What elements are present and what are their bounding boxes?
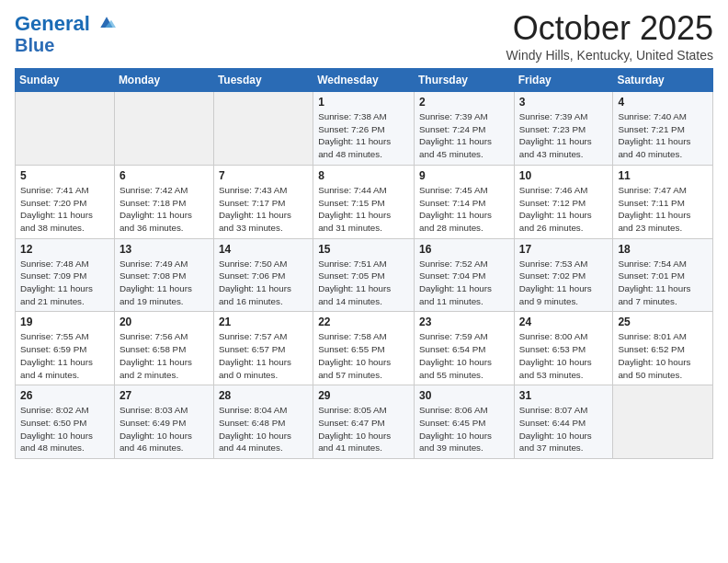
day-number: 23 <box>419 316 509 328</box>
logo-icon <box>97 14 116 32</box>
day-number: 21 <box>219 316 308 328</box>
day-number: 27 <box>119 389 209 402</box>
day-cell: 6Sunrise: 7:42 AM Sunset: 7:18 PM Daylig… <box>114 165 213 238</box>
day-cell <box>16 92 115 166</box>
day-info: Sunrise: 7:59 AM Sunset: 6:54 PM Dayligh… <box>419 330 509 381</box>
day-number: 10 <box>519 169 609 182</box>
day-cell: 1Sunrise: 7:38 AM Sunset: 7:26 PM Daylig… <box>313 92 415 166</box>
day-cell: 25Sunrise: 8:01 AM Sunset: 6:52 PM Dayli… <box>613 312 713 385</box>
day-number: 31 <box>519 389 609 402</box>
day-number: 5 <box>20 169 109 182</box>
weekday-header-thursday: Thursday <box>415 69 515 92</box>
day-number: 12 <box>20 243 109 256</box>
day-cell: 11Sunrise: 7:47 AM Sunset: 7:11 PM Dayli… <box>613 165 713 238</box>
day-info: Sunrise: 7:51 AM Sunset: 7:05 PM Dayligh… <box>318 258 409 308</box>
day-cell: 22Sunrise: 7:58 AM Sunset: 6:55 PM Dayli… <box>313 312 415 385</box>
logo-text: General <box>15 13 116 35</box>
day-info: Sunrise: 8:04 AM Sunset: 6:48 PM Dayligh… <box>219 404 308 454</box>
day-info: Sunrise: 7:52 AM Sunset: 7:04 PM Dayligh… <box>419 258 509 308</box>
day-cell: 16Sunrise: 7:52 AM Sunset: 7:04 PM Dayli… <box>415 238 515 312</box>
weekday-header-tuesday: Tuesday <box>213 69 313 92</box>
weekday-header-sunday: Sunday <box>16 69 115 92</box>
day-info: Sunrise: 7:46 AM Sunset: 7:12 PM Dayligh… <box>519 184 609 235</box>
weekday-header-friday: Friday <box>514 69 613 92</box>
day-cell: 12Sunrise: 7:48 AM Sunset: 7:09 PM Dayli… <box>16 238 115 312</box>
day-number: 22 <box>318 316 409 328</box>
day-info: Sunrise: 7:45 AM Sunset: 7:14 PM Dayligh… <box>419 184 509 235</box>
day-number: 13 <box>119 243 209 256</box>
location: Windy Hills, Kentucky, United States <box>506 48 713 63</box>
day-cell: 31Sunrise: 8:07 AM Sunset: 6:44 PM Dayli… <box>514 385 613 459</box>
day-info: Sunrise: 8:02 AM Sunset: 6:50 PM Dayligh… <box>20 404 109 454</box>
day-info: Sunrise: 8:01 AM Sunset: 6:52 PM Dayligh… <box>618 330 708 381</box>
day-cell: 14Sunrise: 7:50 AM Sunset: 7:06 PM Dayli… <box>213 238 313 312</box>
day-info: Sunrise: 7:41 AM Sunset: 7:20 PM Dayligh… <box>20 184 109 235</box>
week-row-2: 5Sunrise: 7:41 AM Sunset: 7:20 PM Daylig… <box>16 165 713 238</box>
day-cell: 2Sunrise: 7:39 AM Sunset: 7:24 PM Daylig… <box>415 92 515 166</box>
day-info: Sunrise: 7:47 AM Sunset: 7:11 PM Dayligh… <box>618 184 708 235</box>
month-title: October 2025 <box>506 9 713 48</box>
day-cell: 27Sunrise: 8:03 AM Sunset: 6:49 PM Dayli… <box>114 385 213 459</box>
day-cell: 7Sunrise: 7:43 AM Sunset: 7:17 PM Daylig… <box>213 165 313 238</box>
title-block: October 2025 Windy Hills, Kentucky, Unit… <box>506 9 713 63</box>
day-info: Sunrise: 8:06 AM Sunset: 6:45 PM Dayligh… <box>419 404 509 454</box>
day-cell <box>213 92 313 166</box>
day-info: Sunrise: 7:39 AM Sunset: 7:24 PM Dayligh… <box>419 110 509 161</box>
day-info: Sunrise: 8:05 AM Sunset: 6:47 PM Dayligh… <box>318 404 409 454</box>
day-cell: 5Sunrise: 7:41 AM Sunset: 7:20 PM Daylig… <box>16 165 115 238</box>
weekday-header-row: SundayMondayTuesdayWednesdayThursdayFrid… <box>16 69 713 92</box>
day-number: 20 <box>119 316 209 328</box>
day-number: 1 <box>318 96 409 109</box>
day-number: 18 <box>618 243 708 256</box>
day-cell: 10Sunrise: 7:46 AM Sunset: 7:12 PM Dayli… <box>514 165 613 238</box>
day-cell: 23Sunrise: 7:59 AM Sunset: 6:54 PM Dayli… <box>415 312 515 385</box>
day-number: 6 <box>119 169 209 182</box>
day-cell: 13Sunrise: 7:49 AM Sunset: 7:08 PM Dayli… <box>114 238 213 312</box>
day-cell: 21Sunrise: 7:57 AM Sunset: 6:57 PM Dayli… <box>213 312 313 385</box>
day-cell <box>613 385 713 459</box>
day-cell: 26Sunrise: 8:02 AM Sunset: 6:50 PM Dayli… <box>16 385 115 459</box>
day-number: 30 <box>419 389 509 402</box>
calendar-table: SundayMondayTuesdayWednesdayThursdayFrid… <box>15 68 713 459</box>
day-cell: 8Sunrise: 7:44 AM Sunset: 7:15 PM Daylig… <box>313 165 415 238</box>
weekday-header-monday: Monday <box>114 69 213 92</box>
day-number: 3 <box>519 96 609 109</box>
day-cell: 19Sunrise: 7:55 AM Sunset: 6:59 PM Dayli… <box>16 312 115 385</box>
day-number: 7 <box>219 169 308 182</box>
day-info: Sunrise: 7:38 AM Sunset: 7:26 PM Dayligh… <box>318 110 409 161</box>
day-number: 9 <box>419 169 509 182</box>
day-info: Sunrise: 7:55 AM Sunset: 6:59 PM Dayligh… <box>20 330 109 381</box>
week-row-5: 26Sunrise: 8:02 AM Sunset: 6:50 PM Dayli… <box>16 385 713 459</box>
day-cell: 24Sunrise: 8:00 AM Sunset: 6:53 PM Dayli… <box>514 312 613 385</box>
day-cell: 30Sunrise: 8:06 AM Sunset: 6:45 PM Dayli… <box>415 385 515 459</box>
day-info: Sunrise: 7:49 AM Sunset: 7:08 PM Dayligh… <box>119 258 209 308</box>
day-info: Sunrise: 8:07 AM Sunset: 6:44 PM Dayligh… <box>519 404 609 454</box>
day-number: 28 <box>219 389 308 402</box>
day-cell: 4Sunrise: 7:40 AM Sunset: 7:21 PM Daylig… <box>613 92 713 166</box>
day-info: Sunrise: 7:44 AM Sunset: 7:15 PM Dayligh… <box>318 184 409 235</box>
day-cell: 9Sunrise: 7:45 AM Sunset: 7:14 PM Daylig… <box>415 165 515 238</box>
day-number: 19 <box>20 316 109 328</box>
day-info: Sunrise: 7:43 AM Sunset: 7:17 PM Dayligh… <box>219 184 308 235</box>
day-cell: 15Sunrise: 7:51 AM Sunset: 7:05 PM Dayli… <box>313 238 415 312</box>
logo-blue: Blue <box>15 35 116 55</box>
day-info: Sunrise: 8:03 AM Sunset: 6:49 PM Dayligh… <box>119 404 209 454</box>
day-number: 14 <box>219 243 308 256</box>
day-info: Sunrise: 7:57 AM Sunset: 6:57 PM Dayligh… <box>219 330 308 381</box>
day-number: 15 <box>318 243 409 256</box>
day-number: 17 <box>519 243 609 256</box>
day-number: 29 <box>318 389 409 402</box>
week-row-3: 12Sunrise: 7:48 AM Sunset: 7:09 PM Dayli… <box>16 238 713 312</box>
day-cell: 17Sunrise: 7:53 AM Sunset: 7:02 PM Dayli… <box>514 238 613 312</box>
day-number: 16 <box>419 243 509 256</box>
day-info: Sunrise: 7:56 AM Sunset: 6:58 PM Dayligh… <box>119 330 209 381</box>
day-number: 4 <box>618 96 708 109</box>
day-info: Sunrise: 7:39 AM Sunset: 7:23 PM Dayligh… <box>519 110 609 161</box>
week-row-1: 1Sunrise: 7:38 AM Sunset: 7:26 PM Daylig… <box>16 92 713 166</box>
weekday-header-saturday: Saturday <box>613 69 713 92</box>
day-info: Sunrise: 7:48 AM Sunset: 7:09 PM Dayligh… <box>20 258 109 308</box>
day-number: 25 <box>618 316 708 328</box>
day-info: Sunrise: 7:40 AM Sunset: 7:21 PM Dayligh… <box>618 110 708 161</box>
day-number: 8 <box>318 169 409 182</box>
day-cell: 28Sunrise: 8:04 AM Sunset: 6:48 PM Dayli… <box>213 385 313 459</box>
